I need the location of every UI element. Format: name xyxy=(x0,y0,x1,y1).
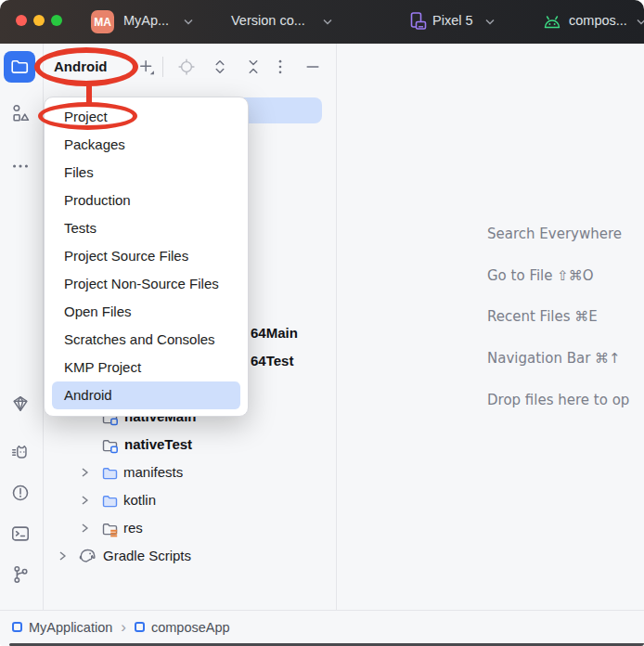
tree-item-manifests[interactable]: manifests xyxy=(123,459,183,486)
hide-panel-icon[interactable] xyxy=(303,58,322,76)
toolbar-separator xyxy=(162,57,163,77)
more-tool-windows-icon[interactable] xyxy=(10,156,31,176)
chevron-down-icon xyxy=(184,19,193,25)
chevron-right-icon[interactable] xyxy=(79,523,90,534)
annotation-circle-android-selector xyxy=(34,47,138,86)
expand-all-icon[interactable] xyxy=(211,58,229,76)
chevron-right-icon[interactable] xyxy=(79,495,90,506)
logcat-cat-icon[interactable] xyxy=(10,442,31,462)
run-configuration-menu[interactable]: Version co... xyxy=(231,13,305,28)
menu-item-files[interactable]: Files xyxy=(45,159,248,187)
tree-item-clipped[interactable]: 64Main xyxy=(251,319,298,347)
tree-item-clipped[interactable]: 64Test xyxy=(251,347,293,375)
view-selector-dropdown: Project Packages Files Production Tests … xyxy=(44,97,249,417)
hint-search-everywhere: Search Everywhere xyxy=(487,226,622,245)
ide-window: MA MyAp... Version co... Pixel 5 compos.… xyxy=(0,0,644,646)
device-phone-icon xyxy=(408,11,428,32)
run-target-selector[interactable]: compos... xyxy=(569,13,627,28)
chevron-right-icon[interactable] xyxy=(79,467,90,478)
version-control-branch-icon[interactable] xyxy=(10,564,31,585)
menu-item-open-files[interactable]: Open Files xyxy=(45,298,248,326)
menu-item-project-non-source-files[interactable]: Project Non-Source Files xyxy=(45,270,248,298)
traffic-minimize-icon[interactable] xyxy=(33,15,45,26)
sidebar-item-project[interactable] xyxy=(4,51,35,83)
title-bar: MA MyAp... Version co... Pixel 5 compos.… xyxy=(0,0,644,44)
tree-item-res[interactable]: res xyxy=(123,514,143,542)
menu-item-scratches-and-consoles[interactable]: Scratches and Consoles xyxy=(45,326,248,354)
more-vertical-icon[interactable] xyxy=(271,58,290,76)
breadcrumb-project[interactable]: MyApplication xyxy=(29,620,112,635)
annotation-circle-project-item xyxy=(38,102,137,130)
hint-navigation-bar: Navigation Bar ⌘↑ xyxy=(487,350,621,369)
hint-recent-files: Recent Files ⌘E xyxy=(487,308,598,328)
menu-item-packages[interactable]: Packages xyxy=(45,131,248,159)
project-folder-icon xyxy=(9,57,30,77)
collapse-all-icon[interactable] xyxy=(244,58,263,76)
terminal-icon[interactable] xyxy=(10,523,31,544)
folder-icon xyxy=(101,493,120,510)
tree-item-nativeTest[interactable]: nativeTest xyxy=(124,431,192,459)
folder-icon xyxy=(101,465,120,482)
module-icon xyxy=(135,622,145,632)
chevron-right-icon[interactable] xyxy=(57,550,68,562)
gem-icon[interactable] xyxy=(10,394,31,414)
traffic-zoom-icon[interactable] xyxy=(51,15,62,26)
tree-item-kotlin[interactable]: kotlin xyxy=(123,486,156,514)
menu-item-kmp-project[interactable]: KMP Project xyxy=(45,354,248,381)
breadcrumb-module[interactable]: composeApp xyxy=(151,620,230,635)
panel-divider[interactable] xyxy=(336,44,337,610)
project-avatar-badge: MA xyxy=(91,10,114,33)
chevron-down-icon xyxy=(323,19,332,25)
status-bar: MyApplication › composeApp xyxy=(0,610,644,643)
gradle-icon xyxy=(78,547,100,565)
tree-item-gradle-scripts[interactable]: Gradle Scripts xyxy=(103,542,191,570)
menu-item-tests[interactable]: Tests xyxy=(45,214,248,242)
chevron-down-icon xyxy=(485,19,495,25)
chevron-down-icon xyxy=(637,19,644,25)
menu-item-android[interactable]: Android xyxy=(52,381,240,409)
problems-icon[interactable] xyxy=(10,483,31,503)
menu-item-production[interactable]: Production xyxy=(45,187,248,214)
hint-go-to-file: Go to File ⇧⌘O xyxy=(487,267,594,287)
add-icon[interactable] xyxy=(137,58,156,76)
project-menu[interactable]: MyAp... xyxy=(123,13,169,28)
sidebar-item-structure[interactable] xyxy=(10,103,31,123)
menu-item-project-source-files[interactable]: Project Source Files xyxy=(45,242,248,270)
resources-folder-icon xyxy=(101,521,120,537)
traffic-close-icon[interactable] xyxy=(16,15,27,26)
module-icon xyxy=(12,622,22,632)
locate-target-icon[interactable] xyxy=(177,58,196,76)
android-head-icon xyxy=(541,13,563,30)
hint-drop-files: Drop files here to op xyxy=(487,392,629,411)
device-selector[interactable]: Pixel 5 xyxy=(432,13,473,28)
sourceset-folder-icon xyxy=(101,437,120,454)
breadcrumb-separator-icon: › xyxy=(121,618,126,637)
